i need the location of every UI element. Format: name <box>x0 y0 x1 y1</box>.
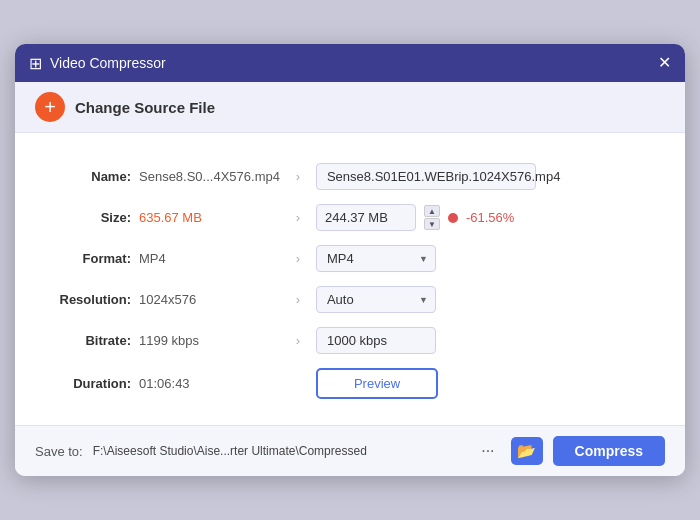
folder-icon: 📂 <box>517 442 536 460</box>
duration-label: Duration: <box>45 366 135 401</box>
duration-arrow-spacer <box>284 366 312 401</box>
size-dot-indicator <box>448 213 458 223</box>
titlebar: ⊞ Video Compressor ✕ <box>15 44 685 82</box>
duration-row: Duration: 01:06:43 Preview <box>45 366 655 401</box>
name-target-input[interactable]: Sense8.S01E01.WEBrip.1024X576.mp4 <box>316 163 536 190</box>
size-label: Size: <box>45 202 135 233</box>
save-to-label: Save to: <box>35 444 83 459</box>
size-down-button[interactable]: ▼ <box>424 218 440 230</box>
format-select[interactable]: MP4 <box>316 245 436 272</box>
resolution-arrow-icon: › <box>284 284 312 315</box>
duration-source-value: 01:06:43 <box>135 366 284 401</box>
bitrate-arrow-icon: › <box>284 325 312 356</box>
change-source-label: Change Source File <box>75 99 215 116</box>
format-arrow-icon: › <box>284 243 312 274</box>
format-target-cell: MP4 <box>312 243 643 274</box>
fields-table: Name: Sense8.S0...4X576.mp4 › Sense8.S01… <box>45 151 655 411</box>
format-label: Format: <box>45 243 135 274</box>
window-title: Video Compressor <box>50 55 166 71</box>
titlebar-left: ⊞ Video Compressor <box>29 54 166 73</box>
main-window: ⊞ Video Compressor ✕ + Change Source Fil… <box>15 44 685 476</box>
size-source-value: 635.67 MB <box>135 202 284 233</box>
preview-button[interactable]: Preview <box>316 368 438 399</box>
content-area: Name: Sense8.S0...4X576.mp4 › Sense8.S01… <box>15 133 685 425</box>
more-options-button[interactable]: ··· <box>475 440 500 462</box>
size-up-button[interactable]: ▲ <box>424 205 440 217</box>
footer: Save to: F:\Aiseesoft Studio\Aise...rter… <box>15 425 685 476</box>
bitrate-source-value: 1199 kbps <box>135 325 284 356</box>
bitrate-label: Bitrate: <box>45 325 135 356</box>
resolution-source-value: 1024x576 <box>135 284 284 315</box>
name-source-value: Sense8.S0...4X576.mp4 <box>135 161 284 192</box>
resolution-select[interactable]: Auto <box>316 286 436 313</box>
duration-target-cell: Preview <box>312 366 643 401</box>
size-target-input[interactable] <box>316 204 416 231</box>
bitrate-target-input[interactable] <box>316 327 436 354</box>
close-button[interactable]: ✕ <box>658 55 671 71</box>
resolution-target-cell: Auto <box>312 284 643 315</box>
format-row: Format: MP4 › MP4 <box>45 243 655 274</box>
size-arrow-icon: › <box>284 202 312 233</box>
format-select-wrapper: MP4 <box>316 245 436 272</box>
resolution-row: Resolution: 1024x576 › Auto <box>45 284 655 315</box>
compress-button[interactable]: Compress <box>553 436 665 466</box>
size-row: Size: 635.67 MB › ▲ ▼ -61.56% <box>45 202 655 233</box>
size-spinner: ▲ ▼ <box>424 205 440 230</box>
size-controls: ▲ ▼ -61.56% <box>316 204 639 231</box>
bitrate-row: Bitrate: 1199 kbps › <box>45 325 655 356</box>
size-target-cell: ▲ ▼ -61.56% <box>312 202 643 233</box>
resolution-select-wrapper: Auto <box>316 286 436 313</box>
app-icon: ⊞ <box>29 54 42 73</box>
format-source-value: MP4 <box>135 243 284 274</box>
bitrate-target-cell <box>312 325 643 356</box>
change-source-button[interactable]: + Change Source File <box>35 92 215 122</box>
toolbar: + Change Source File <box>15 82 685 133</box>
name-row: Name: Sense8.S0...4X576.mp4 › Sense8.S01… <box>45 161 655 192</box>
save-path-value: F:\Aiseesoft Studio\Aise...rter Ultimate… <box>93 444 465 458</box>
open-folder-button[interactable]: 📂 <box>511 437 543 465</box>
plus-icon: + <box>35 92 65 122</box>
name-label: Name: <box>45 161 135 192</box>
size-percent-value: -61.56% <box>466 210 514 225</box>
resolution-label: Resolution: <box>45 284 135 315</box>
name-target-cell: Sense8.S01E01.WEBrip.1024X576.mp4 <box>312 161 643 192</box>
name-arrow-icon: › <box>284 161 312 192</box>
